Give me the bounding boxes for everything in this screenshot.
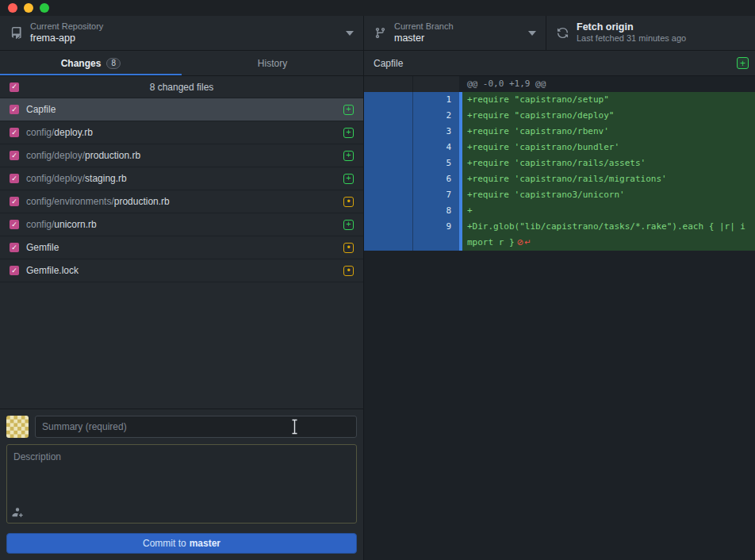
added-status-icon xyxy=(343,151,354,161)
diff-line: 9 +Dir.glob("lib/capistrano/tasks/*.rake… xyxy=(364,219,755,251)
diff-line-gutter[interactable]: 9 xyxy=(364,219,459,251)
changes-sidebar: Changes 8 History 8 changed files Capfil… xyxy=(0,51,364,560)
old-line-number-cell xyxy=(364,171,413,187)
tab-history[interactable]: History xyxy=(182,51,363,75)
diff-line: 3 +require 'capistrano/rbenv' xyxy=(364,124,755,140)
diff-line: 8 + xyxy=(364,203,755,219)
changed-files-count: 8 changed files xyxy=(0,82,363,93)
file-checkbox[interactable] xyxy=(10,128,19,137)
commit-button-label: Commit to xyxy=(143,538,186,549)
file-name: production.rb xyxy=(85,150,140,161)
changed-files-header[interactable]: 8 changed files xyxy=(0,76,363,98)
file-checkbox[interactable] xyxy=(10,105,19,114)
summary-row xyxy=(6,416,357,438)
description-input[interactable] xyxy=(6,444,357,524)
sync-icon xyxy=(556,27,569,40)
file-name: staging.rb xyxy=(85,173,127,184)
fetch-title: Fetch origin xyxy=(577,21,686,34)
file-row[interactable]: Gemfile xyxy=(0,236,363,259)
added-status-icon xyxy=(343,174,354,184)
file-checkbox[interactable] xyxy=(10,197,19,206)
diff-line-gutter[interactable]: 1 xyxy=(364,92,459,108)
diff-body: @@ -0,0 +1,9 @@ 1 +require "capistrano/s… xyxy=(364,76,755,560)
repo-icon xyxy=(10,27,22,40)
diff-line: 2 +require "capistrano/deploy" xyxy=(364,108,755,124)
chevron-down-icon xyxy=(528,31,536,36)
diff-line-text: +require "capistrano/setup" xyxy=(462,92,755,108)
commit-form: Commit to master xyxy=(0,408,363,560)
zoom-button[interactable] xyxy=(40,3,49,13)
diff-line-text: +require "capistrano/deploy" xyxy=(462,108,755,124)
repository-name: frema-app xyxy=(30,33,103,45)
diff-line: 6 +require 'capistrano/rails/migrations' xyxy=(364,171,755,187)
titlebar xyxy=(0,0,755,16)
added-status-icon xyxy=(343,128,354,138)
diff-line-gutter[interactable]: 4 xyxy=(364,140,459,155)
file-row[interactable]: config/unicorn.rb xyxy=(0,213,363,236)
diff-line-text: +require 'capistrano3/unicorn' xyxy=(462,187,755,203)
diff-line: 7 +require 'capistrano3/unicorn' xyxy=(364,187,755,203)
file-row[interactable]: config/deploy/staging.rb xyxy=(0,167,363,190)
added-status-icon xyxy=(343,105,354,115)
git-branch-icon xyxy=(374,27,386,40)
commit-button[interactable]: Commit to master xyxy=(6,533,357,554)
diff-line-gutter[interactable]: 2 xyxy=(364,108,459,124)
file-checkbox[interactable] xyxy=(10,220,19,229)
diff-line-gutter[interactable]: 6 xyxy=(364,171,459,187)
add-coauthor-button[interactable] xyxy=(12,507,23,518)
summary-input[interactable] xyxy=(35,416,357,438)
close-button[interactable] xyxy=(8,3,17,13)
modified-status-icon xyxy=(343,197,354,207)
diff-line-gutter[interactable]: 3 xyxy=(364,124,459,140)
fetch-origin-button[interactable]: Fetch origin Last fetched 31 minutes ago xyxy=(546,16,755,50)
diff-line-gutter[interactable]: 7 xyxy=(364,187,459,203)
tab-changes[interactable]: Changes 8 xyxy=(0,51,182,75)
file-checkbox[interactable] xyxy=(10,266,19,275)
diff-line-number: 3 xyxy=(413,124,459,140)
old-line-number-cell xyxy=(364,203,413,219)
tab-changes-label: Changes xyxy=(61,58,102,69)
diff-panel: Capfile + @@ -0,0 +1,9 @@ 1 +require "ca… xyxy=(364,51,755,560)
file-name: production.rb xyxy=(114,196,170,207)
main-content: Changes 8 History 8 changed files Capfil… xyxy=(0,51,755,560)
repository-label: Current Repository xyxy=(30,21,103,33)
diff-line-text: + xyxy=(462,203,755,219)
diff-line-text: +require 'capistrano/rails/assets' xyxy=(462,155,755,171)
file-checkbox[interactable] xyxy=(10,151,19,160)
file-name: deploy.rb xyxy=(54,127,92,138)
old-line-number-cell xyxy=(364,140,413,155)
added-status-icon xyxy=(343,220,354,230)
no-newline-icon: ⊘↵ xyxy=(517,238,532,247)
diff-line-number: 4 xyxy=(413,140,459,155)
diff-line-text: +Dir.glob("lib/capistrano/tasks/*.rake")… xyxy=(462,219,755,251)
diff-line: 1 +require "capistrano/setup" xyxy=(364,92,755,108)
diff-line-number: 9 xyxy=(413,219,459,251)
file-dir: config/ xyxy=(26,127,54,138)
file-dir: config/deploy/ xyxy=(26,150,85,161)
file-row[interactable]: config/deploy.rb xyxy=(0,121,363,144)
minimize-button[interactable] xyxy=(24,3,33,13)
branch-picker[interactable]: Current Branch master xyxy=(364,16,546,50)
file-row[interactable]: config/deploy/production.rb xyxy=(0,144,363,167)
avatar xyxy=(6,416,29,438)
old-line-number-cell xyxy=(364,155,413,171)
file-row[interactable]: config/environments/production.rb xyxy=(0,190,363,213)
diff-line-gutter[interactable]: 8 xyxy=(364,203,459,219)
old-line-number-cell xyxy=(364,187,413,203)
description-box xyxy=(6,444,357,524)
expand-diff-button[interactable]: + xyxy=(737,57,749,69)
file-name: unicorn.rb xyxy=(54,219,96,230)
select-all-checkbox[interactable] xyxy=(10,82,19,92)
diff-line-number: 2 xyxy=(413,108,459,124)
file-checkbox[interactable] xyxy=(10,174,19,183)
diff-file-title: Capfile xyxy=(374,58,737,69)
file-checkbox[interactable] xyxy=(10,243,19,252)
repository-picker[interactable]: Current Repository frema-app xyxy=(0,16,364,50)
file-row[interactable]: Gemfile.lock xyxy=(0,259,363,282)
fetch-subtitle: Last fetched 31 minutes ago xyxy=(577,33,686,44)
file-row[interactable]: Capfile xyxy=(0,98,363,121)
diff-line-gutter[interactable]: 5 xyxy=(364,155,459,171)
diff-line: 5 +require 'capistrano/rails/assets' xyxy=(364,155,755,171)
diff-line-number: 5 xyxy=(413,155,459,171)
hunk-gutter xyxy=(364,76,459,92)
